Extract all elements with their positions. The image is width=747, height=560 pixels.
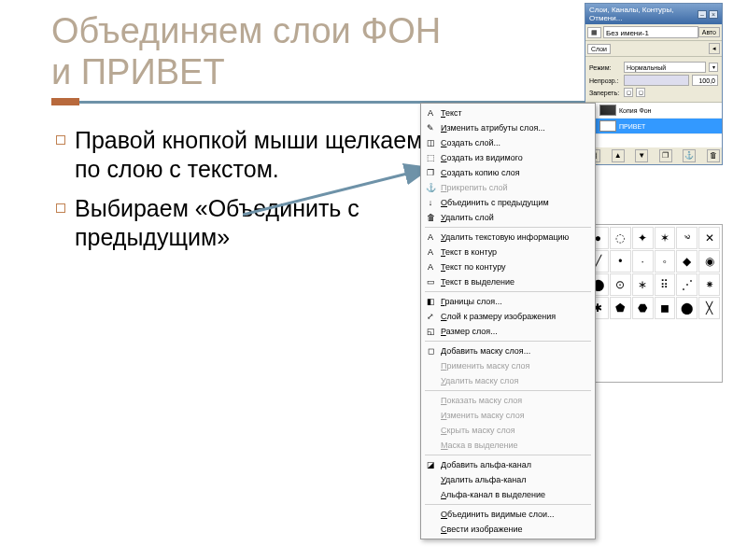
layer-thumb-icon [599,105,616,116]
menu-item-label: Изменить маску слоя [441,411,525,420]
delete-layer-button[interactable]: 🗑 [707,149,720,162]
tab-menu-icon[interactable]: ◂ [709,43,720,54]
accent-bar [51,98,79,105]
menu-item: Применить маску слоя [421,358,595,373]
menu-item-icon [425,509,436,520]
brush-item[interactable]: ✕ [698,227,720,249]
layer-name: ПРИВЕТ [619,123,645,130]
menu-item[interactable]: AТекст в контур [421,245,595,259]
menu-item-icon: ◻ [425,345,436,357]
brush-item[interactable]: ⬤ [676,297,698,319]
lower-layer-button[interactable]: ▼ [635,149,648,162]
menu-item[interactable]: AУдалить текстовую информацию [421,230,595,245]
menu-item-label: Объединить с предыдущим [441,198,549,207]
slide-title: Объединяем слои ФОН и ПРИВЕТ [51,11,441,92]
duplicate-layer-button[interactable]: ❐ [659,149,672,162]
brushes-palette[interactable]: ● ◌ ✦ ✶ ༄ ✕ ╱ • ∙ ◦ ◆ ◉ ⬤ ⊙ ∗ ⠿ ⋰ ⁕ ✱ ⬟ … [585,224,723,383]
menu-item[interactable]: ⬚Создать из видимого [421,150,595,165]
menu-item-label: Текст [441,108,462,118]
layer-props: Режим: Нормальный ▾ Непрозр.: 100,0 Запе… [585,57,722,103]
menu-item-icon: A [425,261,436,273]
menu-item-label: Границы слоя... [441,297,502,306]
menu-item-icon: A [425,107,436,119]
menu-item[interactable]: Удалить альфа-канал [421,472,595,487]
menu-item[interactable]: ◪Добавить альфа-канал [421,457,595,472]
auto-button[interactable]: Авто [698,27,720,37]
menu-item-label: Скрыть маску слоя [441,426,515,435]
brush-item[interactable]: ⁕ [698,273,720,296]
menu-item-icon: ◱ [425,326,436,337]
layer-row[interactable]: 👁 Копия Фон [585,103,722,119]
layer-name: Копия Фон [619,107,652,114]
dock-tabs: Слои ◂ [585,41,722,57]
opacity-slider[interactable] [624,75,689,86]
brush-item[interactable]: ✶ [655,227,676,249]
image-thumb-icon[interactable]: ▦ [587,27,601,38]
menu-item[interactable]: ⤢Слой к размеру изображения [421,309,595,324]
menu-item[interactable]: ▭Текст в выделение [421,274,595,289]
close-icon[interactable]: × [709,10,718,19]
brush-item[interactable]: ⬟ [610,297,631,319]
brush-item[interactable]: ◌ [610,227,631,249]
menu-item-label: Размер слоя... [441,327,498,336]
menu-item[interactable]: ◱Размер слоя... [421,324,595,339]
brush-item[interactable]: ⋰ [676,273,698,296]
menu-item-icon: ⬚ [425,152,436,163]
menu-item[interactable]: AТекст по контуру [421,259,595,274]
menu-separator [425,227,591,228]
brush-item[interactable]: ◼ [655,297,676,319]
layer-context-menu: AТекст✎Изменить атрибуты слоя...◫Создать… [420,103,596,539]
menu-separator [425,291,591,292]
menu-item-label: Применить маску слоя [441,361,529,371]
menu-item-label: Удалить маску слоя [441,376,518,385]
brush-item[interactable]: ⬣ [632,297,654,319]
bullet-text: Правой кнопкой мыши щелкаем по слою с те… [75,126,430,185]
opacity-value[interactable]: 100,0 [692,75,718,86]
menu-item-icon: ❐ [425,167,436,178]
mode-select[interactable]: Нормальный [624,62,706,73]
menu-item[interactable]: ◻Добавить маску слоя... [421,343,595,358]
brush-item[interactable]: ⠿ [655,273,676,296]
menu-item[interactable]: Свести изображение [421,522,595,537]
bullet-list: Правой кнопкой мыши щелкаем по слою с те… [56,126,430,261]
menu-item-label: Удалить текстовую информацию [441,232,569,242]
brush-item[interactable]: ∗ [632,273,654,296]
lock-alpha-icon[interactable]: ◻ [636,88,645,97]
menu-item-icon [425,474,436,485]
brush-item[interactable]: ✦ [632,227,654,249]
menu-item-icon: ↓ [425,197,436,208]
mode-label: Режим: [589,64,621,71]
menu-item[interactable]: AТекст [421,105,595,120]
menu-item[interactable]: Объединить видимые слои... [421,507,595,522]
minimize-icon[interactable]: – [698,10,707,19]
menu-item-label: Добавить маску слоя... [441,346,530,356]
menu-item[interactable]: 🗑Удалить слой [421,210,595,225]
menu-item-icon: ◫ [425,137,436,148]
brush-item[interactable]: ◉ [698,250,720,273]
brush-item[interactable]: ⊙ [610,273,631,296]
menu-item[interactable]: ❐Создать копию слоя [421,165,595,180]
panel-titlebar[interactable]: Слои, Каналы, Контуры, Отмени... – × [585,4,722,24]
brush-item[interactable]: ∙ [632,250,654,273]
menu-item-icon [425,395,436,406]
menu-item-icon: 🗑 [425,212,436,223]
layer-row[interactable]: 👁 A ПРИВЕТ [585,119,722,134]
keep-trans-icon[interactable]: ▾ [709,63,718,72]
menu-item[interactable]: ✎Изменить атрибуты слоя... [421,120,595,135]
brush-item[interactable]: ◦ [655,250,676,273]
brush-item[interactable]: • [610,250,631,273]
brush-item[interactable]: ༄ [676,227,698,249]
menu-item-label: Создать из видимого [441,153,523,162]
raise-layer-button[interactable]: ▲ [612,149,625,162]
image-selector[interactable]: Без имени-1 [603,26,698,38]
menu-item-icon: ◪ [425,459,436,470]
lock-pixels-icon[interactable]: ◻ [624,88,633,97]
menu-item[interactable]: ↓Объединить с предыдущим [421,195,595,210]
menu-item[interactable]: ◫Создать слой... [421,135,595,150]
tab-layers[interactable]: Слои [587,44,611,54]
menu-item[interactable]: Альфа-канал в выделение [421,487,595,502]
menu-item[interactable]: ◧Границы слоя... [421,294,595,309]
brush-item[interactable]: ╳ [698,297,720,319]
brush-item[interactable]: ◆ [676,250,698,273]
anchor-layer-button[interactable]: ⚓ [683,149,696,162]
